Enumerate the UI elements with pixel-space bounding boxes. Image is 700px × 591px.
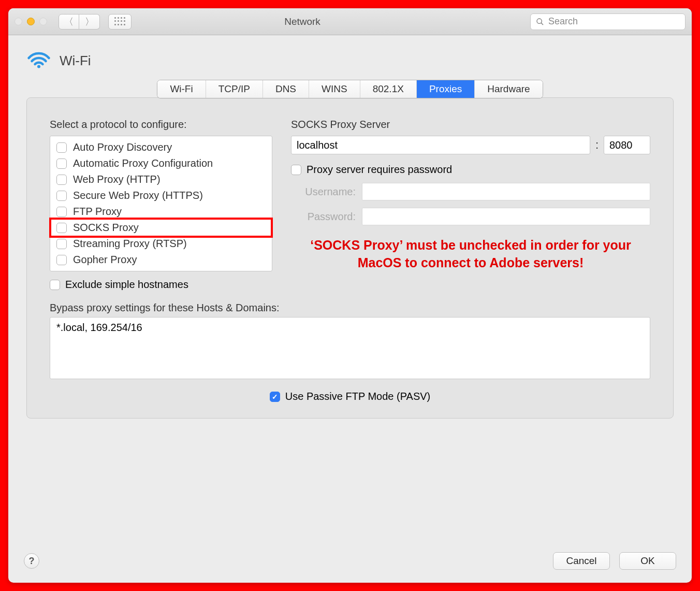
content-area: Wi-Fi Wi-FiTCP/IPDNSWINS802.1XProxiesHar… (8, 35, 692, 547)
protocol-item-socks-proxy[interactable]: SOCKS Proxy (50, 220, 272, 236)
preferences-window: 〈 〉 Network Search (8, 8, 692, 583)
annotation-text: ‘SOCKS Proxy’ must be unchecked in order… (291, 237, 650, 272)
protocol-item-gopher-proxy[interactable]: Gopher Proxy (50, 252, 272, 268)
protocol-checkbox[interactable] (56, 158, 67, 169)
section-header: Wi-Fi (26, 50, 674, 71)
protocol-label: Web Proxy (HTTP) (73, 174, 161, 185)
search-placeholder: Search (548, 16, 578, 27)
protocol-checkbox[interactable] (56, 175, 67, 185)
protocol-item-web-proxy-http-[interactable]: Web Proxy (HTTP) (50, 171, 272, 188)
tab-hardware[interactable]: Hardware (475, 80, 542, 98)
svg-point-0 (537, 19, 542, 23)
search-input[interactable]: Search (530, 13, 686, 30)
bypass-label: Bypass proxy settings for these Hosts & … (50, 302, 650, 314)
tab-802-1x[interactable]: 802.1X (360, 80, 417, 98)
protocol-label: SOCKS Proxy (73, 222, 139, 234)
exclude-hostnames-label: Exclude simple hostnames (65, 279, 188, 291)
protocol-label: Auto Proxy Discovery (73, 141, 172, 153)
host-port-separator: : (595, 138, 599, 152)
window-controls (14, 18, 47, 25)
close-window-button[interactable] (14, 18, 22, 25)
password-input[interactable] (362, 208, 650, 225)
minimize-window-button[interactable] (27, 18, 35, 25)
protocol-item-automatic-proxy-configuration[interactable]: Automatic Proxy Configuration (50, 155, 272, 171)
svg-line-1 (541, 23, 543, 25)
protocol-checkbox[interactable] (56, 239, 67, 249)
protocol-list: Auto Proxy DiscoveryAutomatic Proxy Conf… (50, 136, 272, 271)
proxy-port-input[interactable]: 8080 (604, 136, 650, 154)
protocol-select-label: Select a protocol to configure: (50, 119, 272, 131)
chevron-left-icon: 〈 (64, 16, 74, 28)
footer: ? Cancel OK (8, 547, 692, 583)
protocol-checkbox[interactable] (56, 207, 67, 217)
username-input[interactable] (362, 183, 650, 200)
section-title: Wi-Fi (60, 53, 91, 69)
proxy-server-label: SOCKS Proxy Server (291, 119, 650, 131)
tab-wins[interactable]: WINS (309, 80, 360, 98)
protocol-label: Gopher Proxy (73, 254, 137, 266)
tab-proxies[interactable]: Proxies (417, 80, 475, 98)
protocol-checkbox[interactable] (56, 255, 67, 265)
window-title: Network (80, 16, 525, 27)
password-label: Password: (291, 211, 356, 223)
tab-dns[interactable]: DNS (263, 80, 309, 98)
requires-password-label: Proxy server requires password (307, 164, 452, 176)
tab-bar: Wi-FiTCP/IPDNSWINS802.1XProxiesHardware (157, 80, 543, 98)
titlebar: 〈 〉 Network Search (8, 8, 692, 35)
cancel-button[interactable]: Cancel (553, 552, 610, 570)
help-button[interactable]: ? (24, 553, 39, 569)
protocol-label: Streaming Proxy (RTSP) (73, 238, 187, 250)
protocol-checkbox[interactable] (56, 142, 67, 153)
tab-wi-fi[interactable]: Wi-Fi (157, 80, 206, 98)
protocol-label: Automatic Proxy Configuration (73, 157, 213, 169)
svg-point-2 (37, 65, 40, 68)
protocol-label: Secure Web Proxy (HTTPS) (73, 190, 203, 201)
pasv-checkbox[interactable] (270, 392, 280, 402)
zoom-window-button[interactable] (39, 18, 47, 25)
proxies-pane: Select a protocol to configure: Auto Pro… (26, 97, 674, 419)
proxy-host-input[interactable]: localhost (291, 136, 590, 154)
protocol-checkbox[interactable] (56, 191, 67, 201)
wifi-icon (26, 50, 51, 71)
protocol-item-secure-web-proxy-https-[interactable]: Secure Web Proxy (HTTPS) (50, 188, 272, 204)
back-button[interactable]: 〈 (59, 14, 79, 30)
protocol-label: FTP Proxy (73, 206, 122, 218)
tab-tcp-ip[interactable]: TCP/IP (206, 80, 263, 98)
bypass-input[interactable]: *.local, 169.254/16 (50, 317, 650, 379)
protocol-checkbox[interactable] (56, 223, 67, 233)
protocol-item-ftp-proxy[interactable]: FTP Proxy (50, 204, 272, 220)
pasv-label: Use Passive FTP Mode (PASV) (285, 391, 430, 402)
username-label: Username: (291, 186, 356, 198)
protocol-item-auto-proxy-discovery[interactable]: Auto Proxy Discovery (50, 139, 272, 155)
requires-password-checkbox[interactable] (291, 165, 301, 175)
search-icon (536, 18, 544, 26)
ok-button[interactable]: OK (619, 552, 676, 570)
protocol-item-streaming-proxy-rtsp-[interactable]: Streaming Proxy (RTSP) (50, 236, 272, 252)
exclude-hostnames-checkbox[interactable] (50, 280, 60, 290)
